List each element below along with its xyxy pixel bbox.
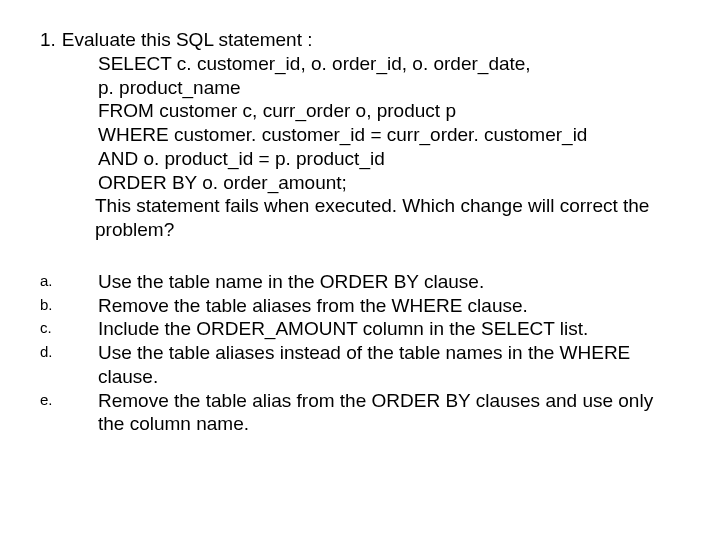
question-followup: This statement fails when executed. Whic… — [40, 194, 680, 242]
option-letter: b. — [40, 294, 98, 315]
option-e: e. Remove the table alias from the ORDER… — [40, 389, 680, 437]
sql-line-5: AND o. product_id = p. product_id — [40, 147, 680, 171]
question-intro: Evaluate this SQL statement : — [56, 28, 313, 52]
slide: 1. Evaluate this SQL statement : SELECT … — [0, 0, 720, 540]
sql-line-3: FROM customer c, curr_order o, product p — [40, 99, 680, 123]
option-a: a. Use the table name in the ORDER BY cl… — [40, 270, 680, 294]
option-text: Use the table name in the ORDER BY claus… — [98, 270, 680, 294]
question-header: 1. Evaluate this SQL statement : — [40, 28, 680, 52]
sql-line-4: WHERE customer. customer_id = curr_order… — [40, 123, 680, 147]
option-text: Include the ORDER_AMOUNT column in the S… — [98, 317, 680, 341]
option-letter: a. — [40, 270, 98, 291]
option-d: d. Use the table aliases instead of the … — [40, 341, 680, 389]
option-text: Use the table aliases instead of the tab… — [98, 341, 680, 389]
option-c: c. Include the ORDER_AMOUNT column in th… — [40, 317, 680, 341]
question-block: 1. Evaluate this SQL statement : SELECT … — [40, 28, 680, 242]
option-text: Remove the table alias from the ORDER BY… — [98, 389, 680, 437]
option-letter: d. — [40, 341, 98, 362]
sql-line-6: ORDER BY o. order_amount; — [40, 171, 680, 195]
sql-line-2: p. product_name — [40, 76, 680, 100]
option-letter: c. — [40, 317, 98, 338]
option-letter: e. — [40, 389, 98, 410]
options-list: a. Use the table name in the ORDER BY cl… — [40, 270, 680, 436]
option-text: Remove the table aliases from the WHERE … — [98, 294, 680, 318]
option-b: b. Remove the table aliases from the WHE… — [40, 294, 680, 318]
question-number: 1. — [40, 28, 56, 52]
sql-line-1: SELECT c. customer_id, o. order_id, o. o… — [40, 52, 680, 76]
